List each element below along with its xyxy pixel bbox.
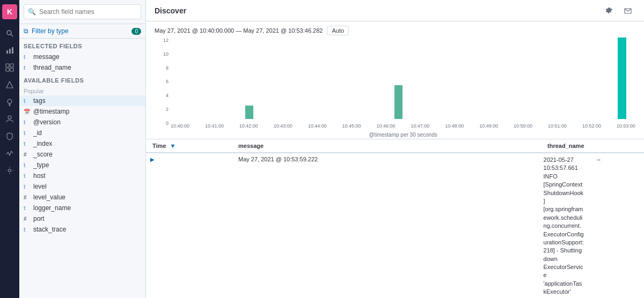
col-header-time[interactable]: Time ▼: [146, 139, 232, 153]
selected-field-message[interactable]: t message: [19, 51, 145, 62]
field-item-port[interactable]: # port: [19, 213, 145, 224]
left-nav: K: [0, 0, 19, 298]
sidebar-search-section: 🔍: [19, 0, 145, 24]
selected-fields-label: Selected fields: [19, 39, 145, 51]
nav-icon-monitoring[interactable]: [2, 146, 17, 161]
chart-area: May 27, 2021 @ 10:40:00.000 — May 27, 20…: [146, 21, 644, 139]
nav-icon-maps[interactable]: [2, 94, 17, 109]
chart-x-label: 10:40:00: [171, 123, 189, 129]
chart-header: May 27, 2021 @ 10:40:00.000 — May 27, 20…: [155, 26, 635, 35]
row-expand-cell: ▶: [146, 153, 232, 298]
field-item-logger-name[interactable]: t logger_name: [19, 203, 145, 213]
field-name-score: _score: [33, 151, 53, 158]
chart-x-label: 10:46:00: [376, 123, 395, 129]
field-name-type: _type: [33, 161, 49, 169]
field-type-icon-id: t: [24, 130, 30, 136]
field-type-icon-type: t: [24, 162, 30, 168]
search-field-names-input[interactable]: [24, 4, 141, 19]
col-header-message: message: [232, 139, 537, 153]
chart-auto-btn[interactable]: Auto: [327, 26, 349, 35]
col-header-thread: thread_name: [537, 139, 591, 153]
chart-x-label: 10:51:00: [548, 123, 567, 129]
mail-icon-btn[interactable]: [620, 3, 635, 18]
field-name-level: level: [33, 183, 47, 190]
nav-icon-visualize[interactable]: [2, 43, 17, 58]
nav-icon-settings[interactable]: [2, 163, 17, 178]
field-type-icon-logger: t: [24, 205, 30, 211]
svg-rect-5: [6, 64, 9, 67]
field-type-icon-port: #: [24, 216, 30, 222]
field-item-level-value[interactable]: # level_value: [19, 192, 145, 203]
table-row: ▶May 27, 2021 @ 10:53:59.2222021-05-27 1…: [146, 153, 644, 298]
nav-icon-canvas[interactable]: [2, 77, 17, 92]
field-name-level-value: level_value: [33, 193, 65, 201]
field-name-stack-trace: stack_trace: [33, 226, 66, 233]
table-body: ▶May 27, 2021 @ 10:53:59.2222021-05-27 1…: [146, 153, 644, 298]
field-name-host: host: [33, 172, 46, 180]
chart-x-label: 10:41:00: [205, 123, 224, 129]
svg-point-10: [8, 99, 12, 103]
main-content: Discover May 27, 2021 @ 10:40:00.000 — M…: [146, 0, 644, 298]
chart-x-label: 10:47:00: [411, 123, 429, 129]
field-item-timestamp[interactable]: 📅 @timestamp: [19, 106, 145, 117]
chart-x-label: 10:48:00: [445, 123, 464, 129]
field-type-icon-t: t: [24, 54, 30, 60]
field-name-id: _id: [33, 129, 42, 137]
svg-rect-3: [9, 49, 11, 54]
filter-by-type-row[interactable]: ⧉ Filter by type 0: [19, 24, 145, 39]
settings-icon-btn[interactable]: [601, 3, 616, 18]
expand-row-btn[interactable]: ▶: [148, 157, 157, 162]
nav-icon-search[interactable]: [2, 26, 17, 41]
svg-rect-6: [10, 64, 13, 67]
svg-line-1: [11, 34, 13, 36]
chart-x-label: 10:42:00: [239, 123, 258, 129]
svg-point-11: [8, 116, 11, 119]
topbar: Discover: [146, 0, 644, 21]
chart-x-title: @timestamp per 30 seconds: [171, 132, 635, 139]
field-type-icon-level: t: [24, 184, 30, 190]
svg-rect-8: [10, 68, 13, 71]
field-type-icon-host: t: [24, 173, 30, 179]
chart-x-label: 10:53:00: [617, 123, 635, 129]
selected-field-thread-name[interactable]: t thread_name: [19, 62, 145, 73]
time-cell: May 27, 2021 @ 10:53:59.222: [232, 153, 537, 298]
page-title: Discover: [155, 6, 186, 15]
chart-y-axis: 12 10 8 6 4 2 0: [155, 38, 171, 139]
chart-plot-area: 10:40:0010:41:0010:42:0010:43:0010:44:00…: [171, 38, 635, 132]
available-fields-label: Available fields: [19, 73, 145, 86]
chart-x-label: 10:43:00: [274, 123, 292, 129]
svg-rect-4: [12, 47, 13, 54]
table-area: Time ▼ message thread_name ▶May 27, 2021…: [146, 139, 644, 298]
field-item-type[interactable]: t _type: [19, 160, 145, 170]
field-type-icon-t2: t: [24, 65, 30, 71]
svg-marker-9: [6, 81, 13, 88]
field-item-host[interactable]: t host: [19, 170, 145, 181]
svg-rect-2: [6, 50, 8, 54]
svg-rect-7: [6, 68, 9, 71]
filter-by-type-label: Filter by type: [32, 27, 69, 35]
field-item-version[interactable]: t @version: [19, 117, 145, 128]
field-item-index[interactable]: t _index: [19, 138, 145, 149]
field-item-score[interactable]: # _score: [19, 149, 145, 160]
field-item-tags[interactable]: t tags: [19, 95, 145, 106]
field-item-id[interactable]: t _id: [19, 128, 145, 138]
field-type-icon-stack: t: [24, 227, 30, 233]
field-name-version: @version: [33, 118, 61, 126]
field-name-index: _index: [33, 140, 52, 147]
field-type-icon-index: t: [24, 141, 30, 147]
nav-icon-security[interactable]: [2, 129, 17, 144]
field-name-port: port: [33, 215, 45, 222]
sidebar: 🔍 ⧉ Filter by type 0 Selected fields t m…: [19, 0, 146, 298]
chart-bar: [245, 106, 253, 119]
results-table: Time ▼ message thread_name ▶May 27, 2021…: [146, 139, 644, 298]
filter-badge: 0: [131, 28, 141, 35]
svg-point-12: [9, 169, 11, 172]
chart-bar: [394, 85, 402, 119]
field-name-thread-name: thread_name: [33, 64, 71, 71]
chart-x-label: 10:45:00: [342, 123, 361, 129]
field-item-level[interactable]: t level: [19, 181, 145, 192]
app-logo: K: [2, 4, 17, 19]
nav-icon-users[interactable]: [2, 111, 17, 126]
nav-icon-dashboard[interactable]: [2, 60, 17, 75]
field-item-stack-trace[interactable]: t stack_trace: [19, 224, 145, 235]
